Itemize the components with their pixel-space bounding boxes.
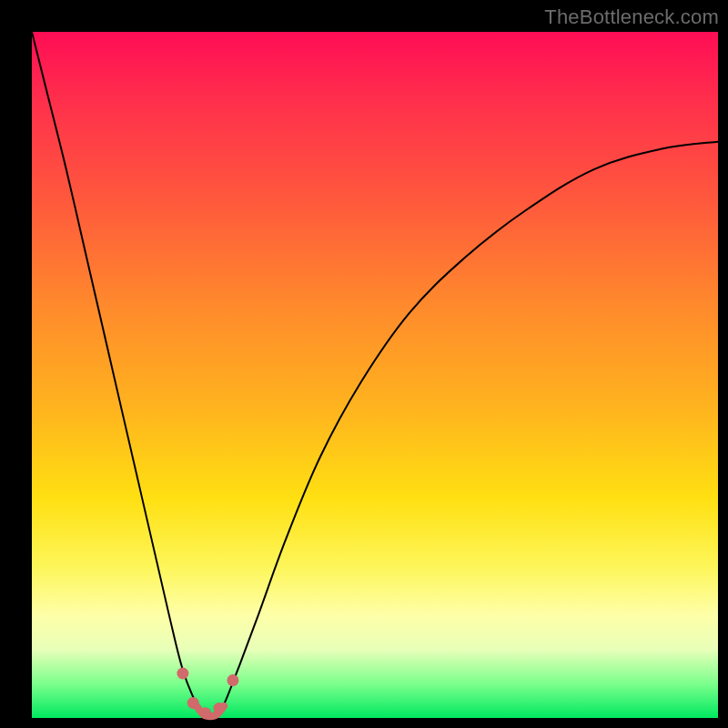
chart-frame: TheBottleneck.com [0, 0, 728, 728]
watermark-text: TheBottleneck.com [544, 5, 719, 29]
curve-marker [213, 703, 225, 714]
curve-marker [227, 674, 238, 686]
curve-marker [199, 707, 211, 719]
curve-marker [187, 697, 199, 709]
curve-marker [177, 667, 188, 679]
plot-area [32, 32, 718, 718]
bottleneck-curve [32, 32, 718, 714]
curve-layer [32, 32, 718, 718]
